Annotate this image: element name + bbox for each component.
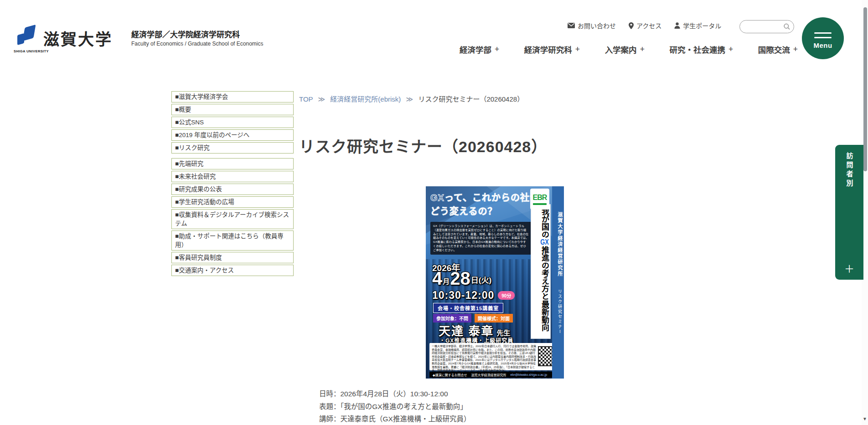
page-title: リスク研究セミナー（20260428）	[299, 134, 547, 157]
plus-icon: +	[575, 45, 580, 54]
poster-footer-email: ebr@biwako.shiga-u.ac.jp	[510, 373, 547, 376]
poster-date: 4 月 28 日(火)	[432, 269, 491, 287]
poster-vertical-title: 我が国のGX推進の考え方と最新動向	[531, 205, 550, 338]
sidebar-menu: ■滋賀大学経済学会 ■概要 ■公式SNS ■2019 年度以前のページへ ■リス…	[171, 91, 294, 277]
sidebar-item-seika[interactable]: ■研究成果の公表	[171, 184, 294, 195]
breadcrumb-current: リスク研究セミナー（20260428）	[418, 95, 524, 103]
mail-icon	[568, 23, 575, 28]
sidebar-item-archive[interactable]: ■収集資料＆デジタルアーカイブ検索システム	[171, 209, 294, 229]
sidebar-item-keizaigakkai[interactable]: ■滋賀大学経済学会	[171, 91, 294, 102]
plus-icon: +	[793, 45, 798, 54]
main-nav: 経済学部+ 経済学研究科+ 入学案内+ 研究・社会連携+ 国際交流+	[460, 44, 798, 55]
plus-icon: +	[728, 45, 733, 54]
nav-research-collaboration-label: 研究・社会連携	[669, 44, 725, 55]
ebr-logo-icon: EBR	[530, 189, 549, 210]
department-title-ja: 経済学部／大学院経済学研究科	[131, 28, 240, 40]
nav-graduate-school[interactable]: 経済学研究科+	[524, 44, 580, 55]
nav-admissions[interactable]: 入学案内+	[605, 44, 645, 55]
vertical-title-post: 推進の考え方と	[540, 246, 549, 300]
detail-datetime: 日時：2026年4月28日（火）10:30-12:00	[319, 388, 470, 400]
nav-international[interactable]: 国際交流+	[758, 44, 798, 55]
poster-bio-text: 一橋大学経済学部卒、経済学博士。2002年日本銀行入行、同行では金融市場局、政策…	[432, 345, 536, 372]
visitor-tab-label: 訪問者別	[845, 152, 854, 189]
utility-nav: お問い合わせ アクセス 学生ポータル	[568, 21, 721, 30]
search-icon[interactable]	[784, 23, 790, 30]
poster-footer: ◆講演に関するお問合せ 滋賀大学経済経営研究所 ebr@biwako.shiga…	[429, 372, 560, 378]
visitor-type-tab[interactable]: 訪問者別 ＋	[835, 145, 863, 280]
breadcrumb-ebrisk-link[interactable]: 経済経営研究所(ebrisk)	[330, 95, 401, 103]
contact-link[interactable]: お問い合わせ	[568, 21, 616, 30]
plus-icon: +	[640, 45, 645, 54]
vertical-title-gx: GX	[540, 238, 549, 246]
poster-footer-label: ◆講演に関するお問合せ	[433, 373, 467, 377]
logo-shape-upper	[23, 25, 36, 41]
ebr-logo-bar	[533, 203, 547, 205]
ebr-logo-text: EBR	[533, 194, 547, 202]
student-portal-label: 学生ポータル	[683, 21, 721, 30]
map-pin-icon	[629, 22, 634, 29]
breadcrumb-separator: ≫	[406, 95, 413, 103]
sidebar-group-gap	[171, 155, 294, 158]
poster-day-number: 28	[450, 269, 470, 287]
detail-speaker: 講師：天達泰章氏（GX推進機構・上級研究員）	[319, 413, 470, 425]
scrollbar-thumb[interactable]	[863, 7, 867, 171]
department-title-en: Faculty of Economics / Graduate School o…	[131, 41, 263, 47]
sidebar-item-mirai[interactable]: ■未来社会研究	[171, 171, 294, 182]
vertical-title-pre: 我が国の	[540, 207, 549, 238]
contact-label: お問い合わせ	[578, 21, 616, 30]
detail-topic: 表題：「我が国のGX推進の考え方と最新動向」	[319, 400, 470, 413]
nav-faculty[interactable]: 経済学部+	[460, 44, 499, 55]
poster-day-unit: 日(火)	[471, 274, 491, 287]
sidebar-item-gaiyou[interactable]: ■概要	[171, 104, 294, 115]
poster-strip-institute: 滋賀大学経済経営研究所	[557, 212, 563, 277]
poster-duration-badge: 90分	[498, 291, 515, 300]
nav-international-label: 国際交流	[758, 44, 790, 55]
logo-shape-lower	[17, 33, 24, 45]
menu-button[interactable]: Menu	[802, 17, 844, 59]
seminar-details: 日時：2026年4月28日（火）10:30-12:00 表題：「我が国のGX推進…	[319, 388, 470, 425]
plus-icon: +	[495, 45, 499, 54]
poster-description: GX（グリーントランスフォーメーション）は、カーボンニュートラル（温室効果ガスの…	[430, 222, 532, 255]
sidebar-item-kyakuin[interactable]: ■客員研究員制度	[171, 252, 294, 263]
poster-time-row: 10:30-12:00 90分	[432, 289, 515, 302]
vertical-title-sub: 最新動向	[540, 300, 549, 331]
poster-side-strip: 滋賀大学経済経営研究所 リスク研究セミナー	[552, 186, 564, 379]
sidebar-item-sns[interactable]: ■公式SNS	[171, 117, 294, 128]
nav-research-collaboration[interactable]: 研究・社会連携+	[669, 44, 733, 55]
menu-button-label: Menu	[802, 41, 844, 49]
sidebar-item-gakusei[interactable]: ■学生研究活動の広場	[171, 196, 294, 208]
hamburger-icon	[814, 37, 832, 38]
breadcrumb-top-link[interactable]: TOP	[299, 95, 313, 103]
sidebar-item-josei-support[interactable]: ■助成・サポート関連はこちら（教員専用）	[171, 230, 294, 251]
logo-caption: SHIGA UNIVERSITY	[14, 49, 49, 53]
poster-time: 10:30-12:00	[432, 289, 494, 302]
poster-month-number: 4	[432, 269, 442, 287]
university-name[interactable]: 滋賀大学	[43, 26, 113, 50]
scrollbar-down-arrow[interactable]: ▼	[863, 416, 867, 421]
breadcrumb: TOP ≫ 経済経営研究所(ebrisk) ≫ リスク研究セミナー（202604…	[299, 94, 524, 103]
poster-month-unit: 月	[443, 276, 450, 287]
seminar-poster-image: GXって、これからの社会を どう変えるの？ EBR 滋賀大学経済経営研究所 リス…	[426, 186, 564, 379]
search-box[interactable]	[739, 20, 794, 33]
hamburger-icon	[814, 32, 832, 34]
nav-faculty-label: 経済学部	[460, 44, 491, 55]
poster-footer-org: 滋賀大学経済経営研究所	[471, 373, 506, 377]
plus-icon[interactable]: ＋	[835, 261, 863, 275]
person-icon	[674, 22, 680, 29]
search-input[interactable]	[745, 23, 784, 30]
sidebar-item-sentan[interactable]: ■先端研究	[171, 158, 294, 169]
poster-venue-badge: 会場・校舎棟第15講義室	[433, 303, 503, 313]
student-portal-link[interactable]: 学生ポータル	[674, 21, 721, 30]
poster-bio-box: 一橋大学経済学部卒、経済学博士。2002年日本銀行入行、同行では金融市場局、政策…	[429, 343, 560, 370]
access-label: アクセス	[636, 21, 661, 30]
nav-graduate-school-label: 経済学研究科	[524, 44, 572, 55]
access-link[interactable]: アクセス	[629, 21, 661, 30]
sidebar-item-2019-pages[interactable]: ■2019 年度以前のページへ	[171, 129, 294, 141]
sidebar-item-risk-research[interactable]: ■リスク研究	[171, 142, 294, 154]
shiga-university-logo-icon[interactable]	[16, 26, 39, 48]
nav-admissions-label: 入学案内	[605, 44, 637, 55]
poster-strip-seminar: リスク研究セミナー	[558, 289, 562, 334]
breadcrumb-separator: ≫	[318, 95, 325, 103]
sidebar-item-access[interactable]: ■交通案内・アクセス	[171, 265, 294, 276]
